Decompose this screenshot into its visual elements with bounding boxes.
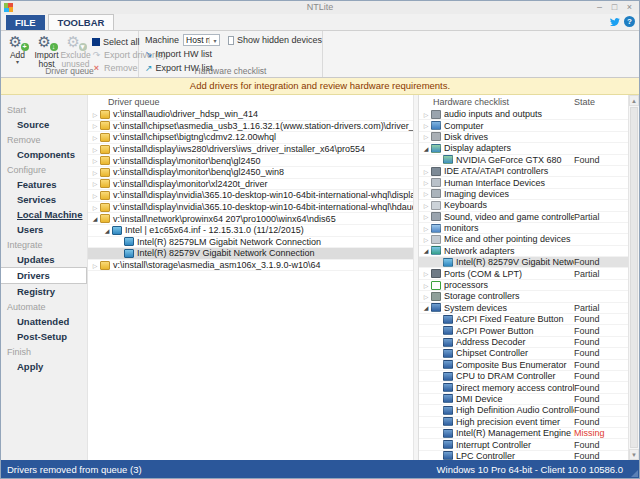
maximize-button[interactable]: □: [607, 1, 622, 13]
expand-icon[interactable]: ▷: [421, 202, 431, 209]
hardware-row[interactable]: Intel(R) Management Engine InterfaceMiss…: [419, 428, 628, 439]
expand-icon[interactable]: ▷: [421, 122, 431, 129]
expand-icon[interactable]: ▷: [90, 134, 100, 141]
expand-icon[interactable]: ▷: [90, 192, 100, 199]
hardware-row[interactable]: Composite Bus EnumeratorFound: [419, 360, 628, 371]
hardware-row[interactable]: NVIDIA GeForce GTX 680Found: [419, 155, 628, 166]
hardware-row[interactable]: Direct memory access controllerFound: [419, 382, 628, 393]
hardware-row[interactable]: ▷Sound, video and game controllersPartia…: [419, 212, 628, 223]
hardware-row[interactable]: ◢Network adapters: [419, 246, 628, 257]
driver-queue-row[interactable]: Intel(R) 82579V Gigabit Network Connecti…: [88, 248, 413, 260]
scroll-down-icon[interactable]: ▼: [629, 449, 639, 460]
minimize-button[interactable]: –: [592, 1, 607, 13]
hardware-row[interactable]: ▷Storage controllers: [419, 291, 628, 302]
import-host-button[interactable]: ⚙ ↓ Import host: [32, 33, 61, 69]
expand-icon[interactable]: ▷: [421, 225, 431, 232]
expand-icon[interactable]: ▷: [421, 111, 431, 118]
driver-queue-row[interactable]: Intel(R) 82579LM Gigabit Network Connect…: [88, 237, 413, 249]
scrollbar-thumb[interactable]: [630, 107, 638, 448]
add-button[interactable]: ⚙ + Add ▾: [3, 33, 32, 69]
driver-queue-row[interactable]: ▷v:\install\chipset\bigtng\cdmv2.12.00wh…: [88, 132, 413, 144]
expand-icon[interactable]: ▷: [90, 180, 100, 187]
hardware-row[interactable]: ACPI Fixed Feature ButtonFound: [419, 314, 628, 325]
driver-queue-row[interactable]: ▷v:\install\audio\driver_hdsp_win_414: [88, 109, 413, 121]
collapse-icon[interactable]: ◢: [421, 304, 431, 311]
expand-icon[interactable]: ▷: [90, 157, 100, 164]
sidebar-item-users[interactable]: Users: [1, 222, 87, 237]
resize-grip[interactable]: [631, 470, 638, 477]
hardware-row[interactable]: ▷audio inputs and outputs: [419, 109, 628, 120]
expand-icon[interactable]: ▷: [90, 111, 100, 118]
expand-icon[interactable]: ▷: [421, 236, 431, 243]
driver-queue-row[interactable]: ▷v:\install\chipset\asmedia_usb3_1.16.32…: [88, 121, 413, 133]
expand-icon[interactable]: ▷: [90, 122, 100, 129]
sidebar-item-services[interactable]: Services: [1, 192, 87, 207]
sidebar-item-drivers[interactable]: Drivers: [1, 267, 87, 284]
hardware-row[interactable]: ▷Mice and other pointing devices: [419, 234, 628, 245]
collapse-icon[interactable]: ◢: [421, 145, 431, 152]
sidebar-item-source[interactable]: Source: [1, 117, 87, 132]
hardware-row[interactable]: LPC ControllerFound: [419, 451, 628, 460]
collapse-icon[interactable]: ◢: [102, 227, 112, 234]
state-column-header[interactable]: State: [574, 97, 628, 109]
sidebar-item-features[interactable]: Features: [1, 177, 87, 192]
sidebar-item-registry[interactable]: Registry: [1, 284, 87, 299]
expand-icon[interactable]: ▷: [421, 270, 431, 277]
hardware-row[interactable]: ▷Disk drives: [419, 132, 628, 143]
hardware-row[interactable]: CPU to DRAM ControllerFound: [419, 371, 628, 382]
hardware-row[interactable]: ◢System devicesPartial: [419, 303, 628, 314]
hardware-row[interactable]: Interrupt ControllerFound: [419, 439, 628, 450]
exclude-unused-button[interactable]: ⚙ ▾ Exclude unused: [61, 33, 90, 69]
driver-queue-row[interactable]: ▷v:\install\display\monitor\benq\gl2450_…: [88, 167, 413, 179]
driver-queue-row[interactable]: ◢Intel | e1c65x64.inf - 12.15.31.0 (11/1…: [88, 225, 413, 237]
expand-icon[interactable]: ▷: [90, 204, 100, 211]
help-icon[interactable]: ?: [624, 16, 635, 27]
sidebar-item-local-machine[interactable]: Local Machine: [1, 207, 87, 222]
show-hidden-checkbox[interactable]: [228, 36, 233, 45]
vertical-scrollbar[interactable]: ▲ ▼: [628, 95, 639, 460]
hardware-row[interactable]: ▷Ports (COM & LPT)Partial: [419, 268, 628, 279]
twitter-icon[interactable]: [609, 16, 620, 27]
expand-icon[interactable]: ▷: [90, 146, 100, 153]
expand-icon[interactable]: ▷: [421, 293, 431, 300]
driver-queue-row[interactable]: ▷v:\install\display\nvidia\365.10-deskto…: [88, 202, 413, 214]
hardware-row[interactable]: Address DecoderFound: [419, 337, 628, 348]
hardware-row[interactable]: ▷Computer: [419, 120, 628, 131]
hardware-checklist-header[interactable]: Hardware checklist: [419, 97, 574, 109]
tab-file[interactable]: FILE: [6, 15, 45, 30]
driver-queue-row[interactable]: ◢v:\install\network\prowinx64 207\pro100…: [88, 213, 413, 225]
scroll-up-icon[interactable]: ▲: [629, 95, 639, 106]
hardware-row[interactable]: ▷Human Interface Devices: [419, 177, 628, 188]
sidebar-item-components[interactable]: Components: [1, 147, 87, 162]
tab-toolbar[interactable]: TOOLBAR: [48, 14, 115, 30]
driver-queue-row[interactable]: ▷v:\install\storage\asmedia_asm106x_3.1.…: [88, 260, 413, 272]
collapse-icon[interactable]: ◢: [421, 247, 431, 254]
hardware-row[interactable]: ▷IDE ATA/ATAPI controllers: [419, 166, 628, 177]
hardware-row[interactable]: High Definition Audio ControllerFound: [419, 405, 628, 416]
driver-queue-row[interactable]: ▷v:\install\display\iws280\drivers\iws_d…: [88, 144, 413, 156]
hardware-row[interactable]: ACPI Power ButtonFound: [419, 325, 628, 336]
sidebar-item-apply[interactable]: Apply: [1, 359, 87, 374]
expand-icon[interactable]: ▷: [421, 213, 431, 220]
hardware-row[interactable]: Chipset ControllerFound: [419, 348, 628, 359]
expand-icon[interactable]: ▷: [421, 179, 431, 186]
expand-icon[interactable]: ▷: [90, 169, 100, 176]
driver-queue-row[interactable]: ▷v:\install\display\monitor\benq\gl2450: [88, 155, 413, 167]
expand-icon[interactable]: ▷: [421, 133, 431, 140]
hardware-row[interactable]: ▷Imaging devices: [419, 189, 628, 200]
driver-queue-row[interactable]: ▷v:\install\display\monitor\xl2420t_driv…: [88, 179, 413, 191]
hardware-row[interactable]: ▷processors: [419, 280, 628, 291]
sidebar-item-post-setup[interactable]: Post-Setup: [1, 329, 87, 344]
hardware-row[interactable]: ◢Display adapters: [419, 143, 628, 154]
sidebar-item-unattended[interactable]: Unattended: [1, 314, 87, 329]
import-hw-button[interactable]: ↘ Import HW list: [139, 47, 322, 61]
expand-icon[interactable]: ▷: [90, 262, 100, 269]
hardware-row[interactable]: ▷Keyboards: [419, 200, 628, 211]
close-button[interactable]: ×: [622, 1, 637, 13]
expand-icon[interactable]: ▷: [421, 168, 431, 175]
collapse-icon[interactable]: ◢: [90, 215, 100, 222]
sidebar-item-updates[interactable]: Updates: [1, 252, 87, 267]
expand-icon[interactable]: ▷: [421, 282, 431, 289]
machine-combobox[interactable]: Host machine (ADMI ▾: [183, 34, 220, 46]
hardware-row[interactable]: High precision event timerFound: [419, 417, 628, 428]
